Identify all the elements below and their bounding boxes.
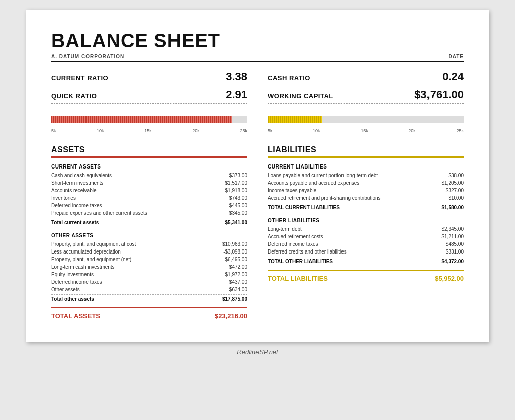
current-ratio-row: CURRENT RATIO 3.38 (51, 68, 247, 86)
main-content: ASSETS CURRENT ASSETS Cash and cash equi… (51, 145, 464, 322)
total-liabilities-label: TOTAL LIABILITIES (268, 275, 328, 282)
list-item: Accrued retirement costs $1,211.00 (268, 233, 464, 240)
left-chart-bar-area (51, 114, 247, 125)
right-chart: 5k 10k 15k 20k 25k (268, 109, 464, 135)
list-item: Accounts payable and accrued expenses $1… (268, 179, 464, 187)
document-title: BALANCE SHEET (51, 30, 464, 52)
list-item: Deferred income taxes $445.00 (51, 202, 247, 209)
list-item: Property, plant, and equipment at cost $… (51, 240, 247, 248)
working-capital-row: WORKING CAPITAL $3,761.00 (268, 86, 464, 104)
current-liabilities-subtotal: TOTAL CURRENT LIABILITIES $1,580.00 (268, 203, 464, 212)
list-item: Other assets $634.00 (51, 286, 247, 293)
left-chart: 5k 10k 15k 20k 25k (51, 109, 247, 135)
left-ratios: CURRENT RATIO 3.38 QUICK RATIO 2.91 (51, 68, 247, 104)
liabilities-section: LIABILITIES CURRENT LIABILITIES Loans pa… (268, 145, 464, 322)
right-ratios: CASH RATIO 0.24 WORKING CAPITAL $3,761.0… (268, 68, 464, 104)
charts-section: 5k 10k 15k 20k 25k 5k 10k 15k 20k 25k (51, 109, 464, 135)
liabilities-header: LIABILITIES (268, 145, 464, 158)
total-liabilities-row: TOTAL LIABILITIES $5,952.00 (268, 270, 464, 284)
company-name: A. DATUM CORPORATION (51, 54, 124, 59)
list-item: Deferred income taxes $437.00 (51, 278, 247, 286)
site-credit: RedlineSP.net (237, 348, 278, 356)
list-item: Deferred income taxes $485.00 (268, 240, 464, 248)
cash-ratio-row: CASH RATIO 0.24 (268, 68, 464, 86)
current-assets-subtotal: Total current assets $5,341.00 (51, 218, 247, 227)
list-item: Deferred credits and other liabilities $… (268, 248, 464, 256)
working-capital-value: $3,761.00 (414, 88, 464, 101)
total-liabilities-value: $5,952.00 (435, 275, 464, 282)
list-item: Income taxes payable $327.00 (268, 187, 464, 194)
ratios-section: CURRENT RATIO 3.38 QUICK RATIO 2.91 CASH… (51, 68, 464, 104)
list-item: Equity investments $1,972.00 (51, 271, 247, 278)
list-item: Loans payable and current portion long-t… (268, 172, 464, 179)
quick-ratio-label: QUICK RATIO (51, 92, 97, 100)
current-assets-header: CURRENT ASSETS (51, 164, 247, 170)
cash-ratio-label: CASH RATIO (268, 74, 310, 82)
quick-ratio-row: QUICK RATIO 2.91 (51, 86, 247, 104)
total-assets-label: TOTAL ASSETS (51, 312, 100, 320)
list-item: Long-term debt $2,345.00 (268, 225, 464, 233)
left-chart-axis: 5k 10k 15k 20k 25k (51, 127, 247, 133)
list-item: Accrued retirement and profit-sharing co… (268, 194, 464, 202)
other-liabilities-subtotal: TOTAL OTHER LIABILITIES $4,372.00 (268, 257, 464, 266)
working-capital-label: WORKING CAPITAL (268, 92, 333, 100)
quick-ratio-value: 2.91 (226, 88, 247, 101)
document-header-row: A. DATUM CORPORATION DATE (51, 54, 464, 62)
other-liabilities-header: OTHER LIABILITIES (268, 218, 464, 223)
current-ratio-value: 3.38 (226, 70, 247, 83)
list-item: Short-term investments $1,517.00 (51, 179, 247, 187)
list-item: Inventories $743.00 (51, 194, 247, 202)
list-item: Property, plant, and equipment (net) $6,… (51, 256, 247, 263)
document: BALANCE SHEET A. DATUM CORPORATION DATE … (26, 10, 489, 342)
other-assets-subtotal: Total other assets $17,875.00 (51, 294, 247, 303)
right-chart-bar-area (268, 114, 464, 125)
list-item: Accounts receivable $1,918.00 (51, 187, 247, 194)
list-item: Prepaid expenses and other current asset… (51, 209, 247, 217)
list-item: Cash and cash equivalents $373.00 (51, 172, 247, 179)
current-liabilities-header: CURRENT LIABILITIES (268, 164, 464, 170)
date-label: DATE (449, 54, 464, 59)
assets-header: ASSETS (51, 145, 247, 158)
list-item: Long-term cash investments $472.00 (51, 263, 247, 271)
total-assets-value: $23,216.00 (215, 312, 247, 320)
total-assets-row: TOTAL ASSETS $23,216.00 (51, 307, 247, 322)
cash-ratio-value: 0.24 (442, 70, 464, 83)
other-assets-header: OTHER ASSETS (51, 233, 247, 238)
right-chart-fill (268, 116, 322, 123)
left-chart-fill (51, 116, 232, 123)
right-chart-axis: 5k 10k 15k 20k 25k (268, 127, 464, 133)
list-item: Less accumulated depreciation -$3,098.00 (51, 248, 247, 256)
assets-section: ASSETS CURRENT ASSETS Cash and cash equi… (51, 145, 247, 322)
current-ratio-label: CURRENT RATIO (51, 74, 108, 82)
page-wrapper: BALANCE SHEET A. DATUM CORPORATION DATE … (0, 0, 515, 420)
